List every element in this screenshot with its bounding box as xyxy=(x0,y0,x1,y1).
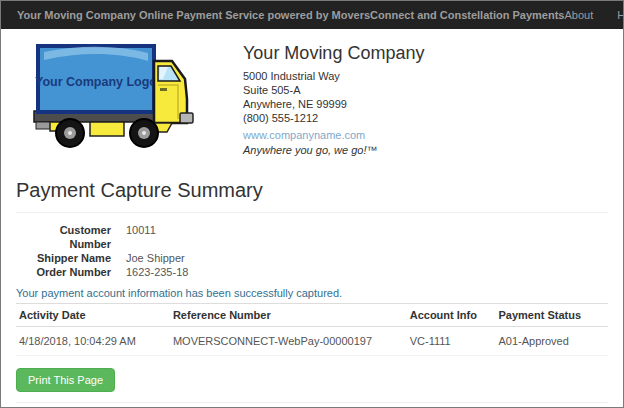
header-activity-date: Activity Date xyxy=(16,304,170,327)
cell-reference-number: MOVERSCONNECT-WebPay-00000197 xyxy=(170,327,407,356)
divider-under-title xyxy=(16,212,608,213)
top-navbar: Your Moving Company Online Payment Servi… xyxy=(1,1,623,29)
company-address-line1: 5000 Industrial Way xyxy=(243,69,424,83)
table-header-row: Activity Date Reference Number Account I… xyxy=(16,304,608,327)
company-tagline: Anywhere you go, we go!™ xyxy=(243,143,424,157)
nav-link-about[interactable]: About xyxy=(564,9,593,21)
customer-details: Customer Number 10011 Shipper Name Joe S… xyxy=(16,223,608,279)
company-website-link[interactable]: www.companyname.com xyxy=(243,128,365,142)
company-info: Your Moving Company 5000 Industrial Way … xyxy=(231,41,424,157)
navbar-brand: Your Moving Company Online Payment Servi… xyxy=(17,9,564,21)
header-reference-number: Reference Number xyxy=(170,304,407,327)
print-page-button[interactable]: Print This Page xyxy=(16,368,115,392)
truck-logo-image: Your Company Logo xyxy=(20,41,216,149)
cell-payment-status: A01-Approved xyxy=(496,327,609,356)
customer-number-label: Customer Number xyxy=(16,223,111,251)
footer-text: Powered by MoversConnect by EWS and Cons… xyxy=(16,403,608,408)
table-row: 4/18/2018, 10:04:29 AM MOVERSCONNECT-Web… xyxy=(16,327,608,356)
header-payment-status: Payment Status xyxy=(496,304,609,327)
page: Your Moving Company Online Payment Servi… xyxy=(0,0,624,408)
detail-row-customer-number: Customer Number 10011 xyxy=(16,223,608,251)
logo-text: Your Company Logo xyxy=(35,75,157,89)
order-number-label: Order Number xyxy=(16,265,111,279)
page-title: Payment Capture Summary xyxy=(16,179,608,202)
header-account-info: Account Info xyxy=(407,304,496,327)
company-logo: Your Company Logo xyxy=(16,41,231,153)
payment-results-table: Activity Date Reference Number Account I… xyxy=(16,303,608,356)
capture-success-message: Your payment account information has bee… xyxy=(16,287,608,299)
main-content: Your Company Logo xyxy=(1,29,623,408)
customer-number-value: 10011 xyxy=(111,223,156,251)
shipper-name-value: Joe Shipper xyxy=(111,251,185,265)
company-header: Your Company Logo xyxy=(16,41,608,157)
company-phone: (800) 555-1212 xyxy=(243,111,424,125)
company-address-line3: Anywhere, NE 99999 xyxy=(243,97,424,111)
order-number-value: 1623-235-18 xyxy=(111,265,188,279)
nav-link-help[interactable]: Help xyxy=(617,9,624,21)
cell-activity-date: 4/18/2018, 10:04:29 AM xyxy=(16,327,170,356)
company-address-line2: Suite 505-A xyxy=(243,83,424,97)
shipper-name-label: Shipper Name xyxy=(16,251,111,265)
navbar-links: About Help xyxy=(564,9,624,21)
cell-account-info: VC-1111 xyxy=(407,327,496,356)
detail-row-shipper-name: Shipper Name Joe Shipper xyxy=(16,251,608,265)
company-name: Your Moving Company xyxy=(243,43,424,64)
detail-row-order-number: Order Number 1623-235-18 xyxy=(16,265,608,279)
